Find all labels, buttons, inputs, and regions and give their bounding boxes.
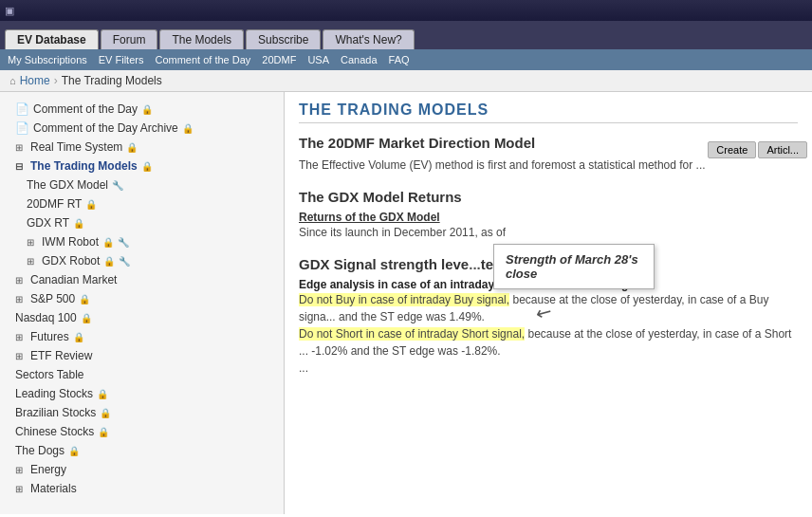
expand-icon-iwm: ⊞ (27, 237, 38, 248)
sidebar-item-real-time-system[interactable]: ⊞ Real Time System 🔒 (0, 138, 284, 157)
sidebar-item-chinese-stocks[interactable]: Chinese Stocks 🔒 (0, 422, 284, 441)
sidebar-item-comment-of-day-archive[interactable]: 📄 Comment of the Day Archive 🔒 (0, 119, 284, 138)
subnav-ev-filters[interactable]: EV Filters (99, 54, 144, 65)
tab-the-models[interactable]: The Models (159, 29, 244, 49)
lock-icon-17: 🔒 (98, 427, 109, 437)
subnav-canada[interactable]: Canada (341, 54, 378, 65)
section-20dmf-heading: The 20DMF Market Direction Model (299, 135, 798, 151)
subnav-faq[interactable]: FAQ (389, 54, 410, 65)
sidebar-item-gdx-robot[interactable]: ⊞ GDX Robot 🔒 🔧 (0, 251, 284, 270)
sidebar-item-etf-review[interactable]: ⊞ ETF Review (0, 346, 284, 365)
lock-icon-7: 🔒 (102, 237, 114, 248)
comment-archive-icon: 📄 (15, 121, 29, 135)
sidebar-item-canadian-market[interactable]: ⊞ Canadian Market (0, 270, 284, 289)
page-title: THE TRADING MODELS (299, 102, 798, 123)
lock-icon-16: 🔒 (100, 408, 111, 418)
tab-ev-database[interactable]: EV Database (5, 29, 99, 49)
main-layout: 📄 Comment of the Day 🔒 📄 Comment of the … (0, 92, 812, 514)
sidebar-item-materials[interactable]: ⊞ Materials (0, 479, 284, 498)
sidebar-item-gdx-rt[interactable]: GDX RT 🔒 (0, 213, 284, 232)
section-gdx-text: Since its launch in December 2011, as of (299, 224, 798, 241)
comment-day-icon: 📄 (15, 102, 29, 116)
home-icon: ⌂ (9, 75, 16, 86)
special-icon-iwm: 🔧 (118, 237, 129, 248)
lock-icon-11: 🔒 (81, 313, 92, 323)
sidebar-item-futures[interactable]: ⊞ Futures 🔒 (0, 327, 284, 346)
lock-icon-2: 🔒 (126, 142, 138, 153)
sidebar-item-gdx-model[interactable]: The GDX Model 🔧 (0, 175, 284, 194)
sidebar-item-nasdaq100[interactable]: Nasdaq 100 🔒 (0, 308, 284, 327)
expand-icon-futures: ⊞ (15, 332, 27, 342)
expand-icon-rts: ⊞ (15, 142, 27, 153)
gdx-returns-link[interactable]: Returns of the GDX Model (299, 211, 798, 224)
buy-signal-highlight: Do not Buy in case of intraday Buy signa… (299, 293, 509, 306)
breadcrumb: ⌂ Home › The Trading Models (0, 70, 812, 92)
sidebar-item-brazilian-stocks[interactable]: Brazilian Stocks 🔒 (0, 403, 284, 422)
special-icon-gdx: 🔧 (112, 180, 123, 191)
lock-icon-0: 🔒 (141, 104, 153, 115)
subnav-usa[interactable]: USA (307, 54, 329, 65)
sidebar-item-sectors-table[interactable]: Sectors Table (0, 365, 284, 384)
section-gdx-heading: The GDX Model Returns (299, 189, 798, 205)
expand-icon-energy: ⊞ (15, 465, 27, 475)
breadcrumb-separator: › (54, 74, 58, 87)
breadcrumb-current: The Trading Models (62, 74, 162, 87)
sidebar-item-the-dogs[interactable]: The Dogs 🔒 (0, 441, 284, 460)
lock-icon-15: 🔒 (97, 389, 108, 399)
sidebar-item-leading-stocks[interactable]: Leading Stocks 🔒 (0, 384, 284, 403)
tab-forum[interactable]: Forum (101, 29, 158, 49)
sidebar-item-energy[interactable]: ⊞ Energy (0, 460, 284, 479)
signal-strength-tooltip: Strength of March 28's close (493, 244, 655, 289)
section-20dmf-text: The Effective Volume (EV) method is firs… (299, 157, 798, 174)
expand-icon-etf: ⊞ (15, 351, 27, 361)
lock-icon-12: 🔒 (73, 332, 84, 342)
lock-icon-6: 🔒 (73, 218, 84, 229)
main-nav: EV Database Forum The Models Subscribe W… (0, 21, 812, 49)
tab-subscribe[interactable]: Subscribe (246, 29, 321, 49)
lock-icon-1: 🔒 (182, 123, 194, 134)
sidebar-item-trading-models[interactable]: ⊟ The Trading Models 🔒 (0, 157, 284, 175)
expand-icon-gdxrobot: ⊞ (27, 256, 38, 267)
subnav-20dmf[interactable]: 20DMF (262, 54, 296, 65)
sidebar-item-iwm-robot[interactable]: ⊞ IWM Robot 🔒 🔧 (0, 232, 284, 251)
sidebar-item-sp500[interactable]: ⊞ S&P 500 🔒 (0, 289, 284, 308)
section-20dmf: The 20DMF Market Direction Model The Eff… (299, 135, 798, 174)
tab-whats-new[interactable]: What's New? (323, 29, 414, 49)
expand-icon-tm: ⊟ (15, 161, 27, 172)
subnav-comment-of-day[interactable]: Comment of the Day (155, 54, 250, 65)
lock-icon-3: 🔒 (141, 161, 153, 172)
expand-icon-sp500: ⊞ (15, 294, 27, 305)
content-area: THE TRADING MODELS The 20DMF Market Dire… (285, 92, 812, 514)
lock-icon-10: 🔒 (79, 294, 90, 305)
section-gdx-returns: The GDX Model Returns Returns of the GDX… (299, 189, 798, 241)
short-signal-highlight: Do not Short in case of intraday Short s… (299, 327, 525, 341)
site-logo: ▣ (5, 5, 14, 17)
sidebar: 📄 Comment of the Day 🔒 📄 Comment of the … (0, 92, 285, 514)
special-icon-gdxrobot: 🔧 (119, 256, 130, 267)
subnav-my-subscriptions[interactable]: My Subscriptions (8, 54, 87, 65)
sidebar-item-20dmf-rt[interactable]: 20DMF RT 🔒 (0, 194, 284, 213)
breadcrumb-home[interactable]: Home (20, 74, 50, 87)
short-signal-line: Do not Short in case of intraday Short s… (299, 325, 798, 360)
lock-icon-8: 🔒 (103, 256, 115, 267)
lock-icon-18: 🔒 (68, 446, 80, 456)
sub-nav: My Subscriptions EV Filters Comment of t… (0, 49, 812, 70)
content-ellipsis: ... (299, 360, 798, 377)
top-nav-bar: ▣ (0, 0, 812, 21)
lock-icon-5: 🔒 (85, 199, 97, 210)
expand-icon-canadian: ⊞ (15, 275, 27, 286)
expand-icon-materials: ⊞ (15, 484, 27, 494)
sidebar-item-comment-of-day[interactable]: 📄 Comment of the Day 🔒 (0, 100, 284, 119)
